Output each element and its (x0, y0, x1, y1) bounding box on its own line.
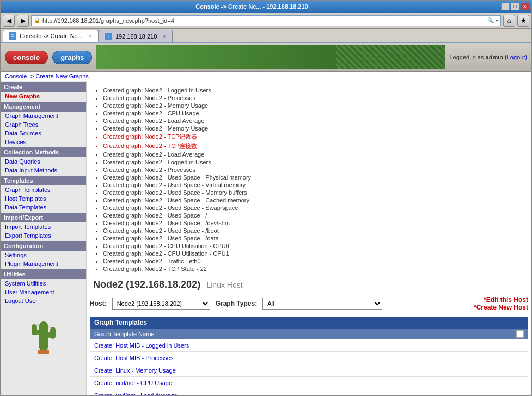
graphs-button[interactable]: graphs (52, 51, 92, 64)
address-bar[interactable]: 🔒 http://192.168.18.201/graphs_new.php?h… (31, 15, 501, 26)
sidebar-section-management: Management (1, 102, 86, 112)
sidebar-item-user-management[interactable]: User Management (1, 288, 86, 296)
created-graph-item: Created graph: Node2 - Used Space - Swap… (103, 204, 526, 212)
sidebar-item-data-templates[interactable]: Data Templates (1, 203, 86, 212)
graph-templates-section: Graph Templates Graph Template Name Crea… (90, 317, 528, 395)
sidebar-item-devices[interactable]: Devices (1, 138, 86, 146)
created-graph-item: Created graph: Node2 - Traffic - eth0 (103, 257, 526, 265)
sidebar-item-graph-management[interactable]: Graph Management (1, 112, 86, 120)
address-search-icon[interactable]: 🔍 ▾ (487, 17, 498, 23)
created-graph-item: Created graph: Node2 - Used Space - Phys… (103, 174, 526, 181)
breadcrumb-path[interactable]: Console -> Create New Graphs (5, 73, 89, 79)
close-button[interactable]: ✕ (521, 3, 529, 10)
table-header-row: Graph Template Name (90, 329, 528, 339)
created-graph-item: Created graph: Node2 - Used Space - /dat… (103, 234, 526, 242)
content-area: Created graph: Node2 - Logged in UsersCr… (87, 81, 531, 395)
sidebar-item-export-templates[interactable]: Export Templates (1, 231, 86, 240)
svg-rect-4 (50, 327, 56, 339)
tab-close-2[interactable]: ✕ (162, 34, 167, 39)
breadcrumb: Console -> Create New Graphs (1, 72, 531, 81)
created-graph-item: Created graph: Node2 - Used Space - /dev… (103, 219, 526, 227)
created-graph-item: Created graph: Node2 - TCP连接数 (103, 141, 526, 151)
edit-host-link[interactable]: *Edit this Host (474, 296, 528, 304)
graph-templates-header: Graph Templates (90, 317, 528, 329)
created-graph-item: Created graph: Node2 - Processes (103, 166, 526, 174)
created-graph-item: Created graph: Node2 - CPU Utilisation -… (103, 250, 526, 257)
sidebar-section-utilities: Utilities (1, 269, 86, 279)
svg-rect-2 (32, 324, 37, 335)
host-select[interactable]: Node2 (192.168.18.202) (112, 298, 210, 310)
tab-ip[interactable]: I 192.168.18.210 ✕ (99, 30, 173, 42)
created-graph-item: Created graph: Node2 - Used Space - Cach… (103, 196, 526, 204)
forward-button[interactable]: ▶ (17, 15, 29, 27)
created-graph-item: Created graph: Node2 - CPU Usage (103, 109, 526, 117)
column-name-label: Graph Template Name (94, 331, 154, 337)
svg-line-5 (37, 324, 39, 326)
created-graph-item: Created graph: Node2 - Logged in Users (103, 86, 526, 94)
tab-label-1: Console -> Create Ne... (20, 33, 83, 39)
graph-template-rows: Create: Host MIB - Logged in UsersCreate… (90, 339, 528, 395)
created-graph-item: Created graph: Node2 - Memory Usage (103, 102, 526, 109)
svg-rect-9 (38, 350, 49, 354)
security-icon: 🔒 (34, 17, 40, 23)
graph-template-row[interactable]: Create: Linux - Memory Usage (90, 364, 528, 377)
graph-types-select[interactable]: All (262, 298, 382, 310)
sidebar-item-settings[interactable]: Settings (1, 251, 86, 259)
title-bar: Console -> Create Ne... - 192.168.18.210… (1, 1, 531, 13)
created-graph-item: Created graph: Node2 - Processes (103, 94, 526, 102)
sidebar-section-templates: Templates (1, 176, 86, 185)
created-graph-item: Created graph: Node2 - CPU Utilisation -… (103, 242, 526, 250)
node-name: Node2 (192.168.18.202) (93, 279, 200, 290)
svg-rect-0 (39, 321, 48, 351)
star-button[interactable]: ★ (517, 15, 529, 27)
created-graph-item: Created graph: Node2 - Load Average (103, 151, 526, 158)
created-graph-item: Created graph: Node2 - TCP记数器 (103, 132, 526, 141)
minimize-button[interactable]: _ (501, 3, 510, 10)
created-graph-item: Created graph: Node2 - Used Space - Virt… (103, 181, 526, 189)
sidebar-section-collection-methods: Collection Methods (1, 147, 86, 157)
tab-favicon-2: I (105, 33, 112, 40)
sidebar-item-graph-trees[interactable]: Graph Trees (1, 120, 86, 129)
tab-favicon-1: C (9, 32, 16, 40)
sidebar-item-import-templates[interactable]: Import Templates (1, 222, 86, 231)
sidebar-item-host-templates[interactable]: Host Templates (1, 194, 86, 203)
sidebar-item-new-graphs[interactable]: New Graphs (1, 92, 86, 101)
sidebar-section-configuration: Configuration (1, 241, 86, 251)
back-button[interactable]: ◀ (3, 15, 15, 27)
banner-decoration (336, 45, 445, 69)
tab-close-1[interactable]: ✕ (88, 33, 93, 39)
edit-links: *Edit this Host *Create New Host (474, 296, 528, 311)
graph-template-row[interactable]: Create: ucd/net - Load Average (90, 389, 528, 395)
graph-template-row[interactable]: Create: ucd/net - CPU Usage (90, 377, 528, 389)
graph-template-row[interactable]: Create: Host MIB - Processes (90, 352, 528, 364)
sidebar-item-logout-user[interactable]: Logout User (1, 296, 86, 305)
created-graphs-items: Created graph: Node2 - Logged in UsersCr… (92, 86, 526, 273)
select-all-checkbox[interactable] (516, 330, 524, 338)
home-button[interactable]: ⌂ (503, 15, 515, 27)
header-banner (96, 45, 445, 69)
sidebar-section-import-export: Import/Export (1, 213, 86, 222)
login-text: Logged in as (449, 54, 484, 60)
logout-link[interactable]: (Logout) (505, 54, 527, 60)
maximize-button[interactable]: □ (511, 3, 519, 10)
created-graph-item: Created graph: Node2 - Memory Usage (103, 125, 526, 132)
sidebar-item-data-input-methods[interactable]: Data Input Methods (1, 166, 86, 175)
sidebar-item-data-queries[interactable]: Data Queries (1, 157, 86, 166)
sidebar-item-system-utilities[interactable]: System Utilities (1, 279, 86, 288)
sidebar-item-plugin-management[interactable]: Plugin Management (1, 259, 86, 268)
tab-console[interactable]: C Console -> Create Ne... ✕ (3, 30, 99, 42)
created-graph-item: Created graph: Node2 - TCP State - 22 (103, 265, 526, 273)
created-graphs-list: Created graph: Node2 - Logged in UsersCr… (90, 84, 528, 275)
title-bar-text: Console -> Create Ne... - 192.168.18.210 (3, 3, 501, 10)
graph-template-row[interactable]: Create: Host MIB - Logged in Users (90, 339, 528, 352)
login-info: Logged in as admin (Logout) (449, 54, 527, 60)
created-graph-item: Created graph: Node2 - Used Space - Memo… (103, 189, 526, 196)
node-type: Linux Host (206, 281, 242, 289)
sidebar-item-data-sources[interactable]: Data Sources (1, 129, 86, 138)
console-button[interactable]: console (5, 51, 48, 64)
create-host-link[interactable]: *Create New Host (474, 304, 528, 311)
tabs-bar: C Console -> Create Ne... ✕ I 192.168.18… (1, 29, 531, 43)
sidebar-section-create: Create (1, 82, 86, 92)
sidebar-item-graph-templates[interactable]: Graph Templates (1, 185, 86, 194)
address-text: http://192.168.18.201/graphs_new.php?hos… (42, 17, 485, 24)
